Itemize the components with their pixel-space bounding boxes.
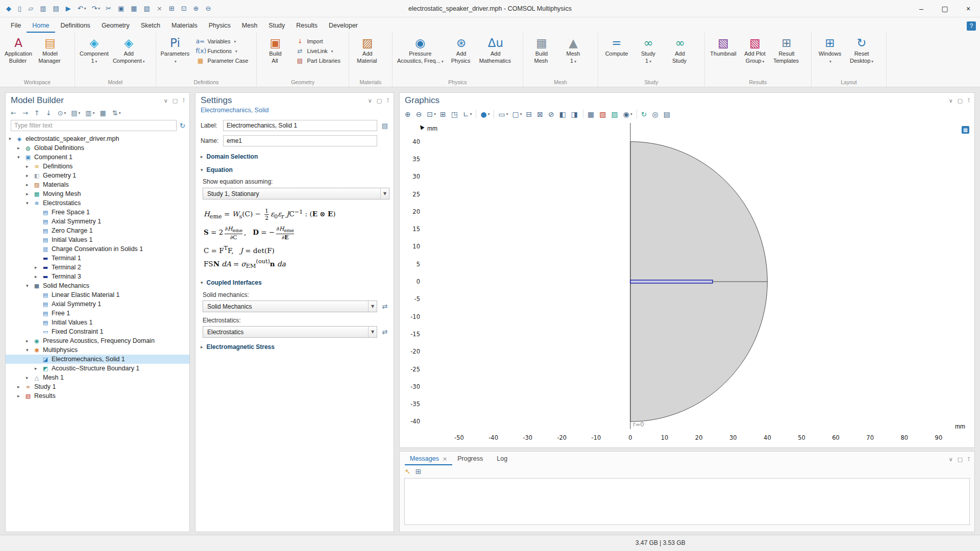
section-electromagnetic-stress[interactable]: ▸ Electromagnetic Stress	[195, 339, 394, 352]
panel-pin-icon[interactable]: ⊺	[967, 97, 970, 104]
expand-arrow-icon[interactable]	[26, 375, 33, 380]
parameters-button[interactable]: Pi Parameters ▾	[159, 34, 192, 65]
save-file-icon[interactable]: ▥	[40, 5, 47, 12]
go-to-source-icon[interactable]: ⇄	[380, 303, 389, 310]
model-manager-button[interactable]: ▤ Model Manager	[34, 34, 66, 65]
material-color-icon[interactable]: ▧	[599, 110, 607, 118]
collapse-all-icon[interactable]: ▤▾	[71, 109, 80, 117]
build-mesh-button[interactable]: ▦ Build Mesh	[526, 34, 557, 65]
view-orientation-icon[interactable]: ∟▾	[463, 110, 472, 118]
expand-arrow-icon[interactable]	[35, 265, 41, 270]
import-button[interactable]: ↓ Import	[295, 38, 344, 45]
reset-desktop-button[interactable]: ↻ Reset Desktop▾	[846, 34, 877, 65]
zoom-extents-icon[interactable]: ⊞	[440, 110, 447, 118]
scene-appearance-icon[interactable]: ●▾	[480, 110, 489, 118]
component-1-button[interactable]: ◈ Component 1▾	[78, 34, 111, 65]
toolbar-separator[interactable]	[636, 110, 637, 118]
help-button[interactable]: ?	[967, 21, 976, 31]
duplicate-icon[interactable]: ▧	[144, 5, 151, 12]
expand-arrow-icon[interactable]	[26, 182, 33, 187]
expand-arrow-icon[interactable]	[26, 201, 33, 206]
expand-arrow-icon[interactable]	[35, 366, 41, 371]
tree-terminal-3[interactable]: Terminal 3	[6, 272, 189, 281]
expand-arrow-icon[interactable]	[17, 145, 24, 151]
zoom-box-icon[interactable]: ⊡▾	[427, 110, 436, 118]
box-select-icon[interactable]: ▢▾	[512, 110, 522, 118]
equation-study-select[interactable]: Study 1, Stationary ▼	[203, 188, 389, 199]
menu-study[interactable]: Study	[263, 19, 290, 33]
expand-arrow-icon[interactable]	[35, 274, 41, 279]
menu-results[interactable]: Results	[290, 19, 323, 33]
expand-arrow-icon[interactable]	[26, 173, 33, 178]
settings-grid-icon[interactable]: ⊞	[169, 5, 176, 12]
maximize-button[interactable]: ▢	[933, 0, 957, 17]
tree-terminal-1[interactable]: Terminal 1	[6, 254, 189, 263]
panel-pin-icon[interactable]: ⊺	[386, 97, 389, 104]
tree-pressure-acoustics-frequency-domain[interactable]: Pressure Acoustics, Frequency Domain	[6, 336, 189, 345]
solid-mechanics-select[interactable]: Solid Mechanics ▼	[203, 300, 377, 312]
minimize-button[interactable]: –	[910, 0, 933, 17]
selection-color-icon[interactable]: ▨	[611, 110, 619, 118]
go-to-source-icon[interactable]: ⇄	[380, 328, 389, 336]
tree-axial-symmetry-sm-1[interactable]: Axial Symmetry 1	[6, 299, 189, 309]
view-menu-icon[interactable]: ◉▾	[623, 110, 632, 118]
menu-home[interactable]: Home	[27, 19, 55, 33]
panel-pin-icon[interactable]: ⊺	[182, 97, 185, 104]
functions-button[interactable]: f(x) Functions ▾	[195, 47, 252, 55]
panel-menu-icon[interactable]: ∨	[368, 97, 372, 104]
select-adjacent-icon[interactable]: ⊟	[526, 110, 533, 118]
tree-study-1[interactable]: Study 1	[6, 382, 189, 391]
move-up-icon[interactable]: ↑	[34, 109, 41, 117]
name-field-input[interactable]	[223, 135, 377, 146]
zoom-out-icon[interactable]: ⊖	[416, 110, 423, 118]
tree-terminal-2[interactable]: Terminal 2	[6, 263, 189, 272]
transparency-icon[interactable]: ◧	[559, 110, 567, 118]
close-tab-icon[interactable]: ×	[443, 456, 447, 462]
panel-float-icon[interactable]: ▢	[958, 97, 963, 104]
tree-axial-symmetry-1[interactable]: Axial Symmetry 1	[6, 217, 189, 226]
tree-global-definitions[interactable]: Global Definitions	[6, 143, 189, 153]
run-icon[interactable]: ▶	[66, 5, 72, 12]
menu-file[interactable]: File	[5, 19, 27, 33]
toolbar-separator[interactable]	[494, 110, 494, 118]
tree-multiphysics[interactable]: Multiphysics	[6, 345, 189, 355]
tree-results[interactable]: Results	[6, 391, 189, 400]
tree-charge-conservation-1[interactable]: Charge Conservation in Solids 1	[6, 244, 189, 254]
expand-arrow-icon[interactable]	[17, 384, 24, 389]
toolbar-separator[interactable]	[583, 110, 583, 118]
add-component-button[interactable]: ◈ Add Component▾	[111, 34, 147, 65]
parameter-case-button[interactable]: ▦ Parameter Case	[195, 57, 252, 64]
expand-arrow-icon[interactable]	[26, 283, 33, 288]
panel-float-icon[interactable]: ▢	[958, 456, 963, 463]
section-equation[interactable]: ▾ Equation	[195, 162, 394, 175]
deselect-icon[interactable]: ⊘	[548, 110, 555, 118]
study-1-button[interactable]: ∞ Study 1▾	[632, 34, 664, 65]
update-view-icon[interactable]: ↻	[641, 110, 648, 118]
camera-icon[interactable]: ◎	[652, 110, 659, 118]
tree-electromechanics-solid-1[interactable]: Electromechanics, Solid 1	[6, 355, 189, 364]
menu-physics[interactable]: Physics	[203, 19, 236, 33]
add-physics-button[interactable]: ⊛ Add Physics	[446, 34, 477, 65]
copy-messages-icon[interactable]: ⊞	[415, 467, 422, 475]
cut-icon[interactable]: ✂	[106, 5, 112, 12]
electrostatics-select[interactable]: Electrostatics ▼	[203, 326, 377, 338]
expand-arrow-icon[interactable]	[26, 338, 33, 343]
forward-icon[interactable]: →	[22, 109, 29, 117]
tree-fixed-constraint-1[interactable]: Fixed Constraint 1	[6, 327, 189, 336]
expand-arrow-icon[interactable]	[17, 155, 24, 160]
part-libraries-button[interactable]: ▤ Part Libraries	[295, 57, 344, 64]
undo-icon[interactable]: ↶▾	[78, 5, 86, 12]
rename-icon[interactable]: ▤	[380, 122, 389, 130]
show-grid-icon[interactable]: ▦	[587, 110, 595, 118]
plot-window-icon[interactable]: ▦	[962, 126, 969, 134]
menu-mesh[interactable]: Mesh	[236, 19, 263, 33]
application-builder-button[interactable]: A Application Builder	[3, 34, 34, 65]
table-icon[interactable]: ⊡	[181, 5, 188, 12]
show-options-icon[interactable]: ⊙▾	[58, 109, 66, 117]
panel-float-icon[interactable]: ▢	[377, 97, 382, 104]
tree-electrostatics[interactable]: Electrostatics	[6, 198, 189, 208]
expand-arrow-icon[interactable]	[26, 191, 33, 196]
label-field-input[interactable]	[223, 120, 377, 131]
add-mathematics-button[interactable]: Δu Add Mathematics	[477, 34, 514, 65]
expand-arrow-icon[interactable]	[9, 136, 15, 141]
